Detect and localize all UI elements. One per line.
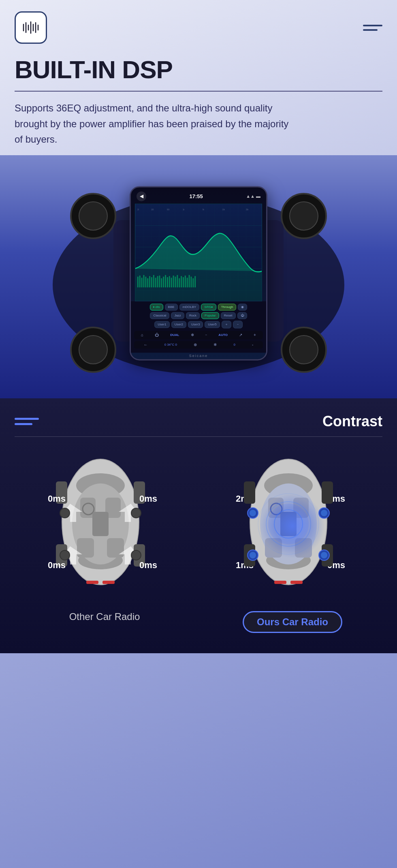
subtitle-text: Supports 36EQ adjustment, and the ultra-…	[15, 100, 290, 147]
header	[0, 0, 397, 52]
eq-btn-minus[interactable]: －	[233, 321, 243, 329]
svg-text:100: 100	[151, 209, 154, 211]
nav-back[interactable]: ←	[144, 343, 148, 347]
svg-point-14	[79, 202, 107, 230]
title-section: BUILT-IN DSP Supports 36EQ adjustment, a…	[0, 52, 397, 147]
svg-rect-48	[189, 275, 190, 288]
svg-rect-66	[107, 538, 124, 558]
back-button[interactable]: ◀	[137, 192, 146, 201]
svg-rect-33	[159, 276, 160, 287]
svg-rect-38	[169, 276, 170, 288]
svg-point-106	[268, 504, 309, 544]
nav-power[interactable]: ⏻	[155, 333, 159, 338]
svg-rect-42	[177, 275, 178, 288]
svg-rect-25	[143, 275, 145, 288]
svg-rect-32	[157, 276, 158, 288]
svg-point-100	[250, 552, 256, 558]
cars-comparison: 0ms 0ms 0ms 0ms	[15, 449, 382, 633]
eq-btn-reset[interactable]: Reset	[221, 312, 236, 319]
eq-btn-user2[interactable]: User2	[171, 321, 186, 328]
svg-rect-88	[244, 481, 255, 504]
contrast-lines-icon	[15, 418, 39, 425]
radio-unit: ◀ 17:55 ▲▲ ▬	[130, 186, 267, 361]
nav-fan[interactable]: ~	[205, 334, 207, 337]
svg-rect-28	[149, 276, 150, 288]
svg-point-75	[131, 550, 141, 560]
svg-rect-26	[145, 277, 146, 288]
eq-btn-user5[interactable]: User5	[205, 321, 220, 328]
eq-btn-user1[interactable]: User1	[154, 321, 169, 328]
nav-fan2[interactable]: ⊕	[194, 343, 197, 347]
svg-rect-23	[139, 276, 141, 287]
svg-rect-50	[192, 278, 194, 288]
svg-point-102	[321, 552, 327, 558]
eq-controls: ♦ dts BBE mDOLBY SRS● Through ◉ Classica…	[131, 301, 266, 353]
svg-rect-34	[161, 278, 162, 288]
ours-car-side: 2ms 1ms 1ms 0ms	[203, 449, 382, 633]
status-icons: ▲▲ ▬	[246, 194, 260, 199]
logo-icon	[20, 19, 41, 36]
svg-rect-29	[151, 277, 152, 287]
svg-rect-76	[92, 512, 109, 536]
contrast-section: Contrast 0ms 0ms 0ms 0ms	[0, 398, 397, 653]
other-car-side: 0ms 0ms 0ms 0ms	[15, 449, 194, 622]
eq-btn-dolby[interactable]: mDOLBY	[179, 304, 200, 311]
eq-btn-user3[interactable]: User3	[188, 321, 203, 328]
contrast-divider	[15, 436, 382, 437]
eq-btn-bbe[interactable]: BBE	[165, 304, 178, 311]
svg-point-10	[79, 336, 107, 364]
eq-visualizer: 20 100 500 1k 5k 10k 20k	[135, 204, 262, 301]
ours-car-svg	[236, 449, 341, 595]
eq-btn-through[interactable]: Through	[218, 304, 237, 311]
nav-vol-up[interactable]: +	[254, 333, 256, 338]
eq-btn-plus[interactable]: ＋	[222, 321, 231, 329]
nav-vol-down[interactable]: -	[252, 343, 253, 347]
time-display: 17:55	[189, 193, 203, 199]
eq-btn-popular[interactable]: Popular	[201, 312, 219, 319]
svg-point-73	[131, 508, 141, 518]
svg-text:1k: 1k	[183, 209, 185, 211]
eq-btn-rock[interactable]: Rock	[186, 312, 200, 319]
svg-rect-35	[163, 277, 164, 288]
nav-temp2: 0	[233, 343, 235, 347]
svg-rect-45	[183, 277, 184, 287]
eq-btn-classical[interactable]: Classical	[150, 312, 169, 319]
eq-btn-dts[interactable]: ♦ dts	[150, 304, 163, 311]
nav-dual: DUAL	[170, 334, 179, 337]
svg-rect-77	[86, 581, 98, 584]
svg-rect-44	[181, 276, 182, 288]
svg-rect-24	[141, 278, 143, 288]
svg-text:5k: 5k	[203, 209, 205, 211]
svg-rect-78	[102, 581, 115, 584]
svg-point-74	[60, 550, 70, 560]
nav-home[interactable]: ⌂	[141, 333, 143, 338]
svg-rect-104	[274, 581, 286, 584]
eq-btn-srs[interactable]: SRS●	[201, 304, 216, 311]
hamburger-menu[interactable]	[363, 25, 382, 31]
svg-text:20k: 20k	[246, 209, 249, 211]
svg-rect-22	[137, 277, 139, 288]
other-car-container: 0ms 0ms 0ms 0ms	[48, 449, 161, 603]
contrast-header: Contrast	[15, 413, 382, 430]
nav-arrow[interactable]: ↗	[239, 333, 242, 338]
car-image-section: ◀ 17:55 ▲▲ ▬	[0, 155, 397, 398]
svg-point-72	[60, 508, 70, 518]
svg-point-16	[290, 202, 318, 230]
eq-btn-jazz[interactable]: Jazz	[171, 312, 184, 319]
svg-rect-36	[165, 275, 166, 288]
page-title: BUILT-IN DSP	[15, 56, 382, 83]
svg-rect-51	[194, 276, 196, 288]
svg-rect-65	[77, 538, 94, 558]
svg-rect-39	[171, 278, 172, 288]
ours-car-label: Ours Car Radio	[243, 611, 342, 633]
eq-btn-power[interactable]: ⏻	[237, 312, 247, 319]
nav-auto: AUTO	[218, 334, 228, 337]
ours-car-container: 2ms 1ms 1ms 0ms	[236, 449, 349, 603]
eq-btn-vol1[interactable]: ◉	[238, 304, 247, 311]
nav-ac[interactable]: ❄	[213, 343, 217, 347]
nav-snowflake[interactable]: ❄	[191, 333, 194, 338]
svg-rect-105	[290, 581, 303, 584]
other-br-ms: 0ms	[139, 560, 157, 571]
svg-rect-41	[175, 277, 176, 288]
svg-text:500: 500	[167, 209, 170, 211]
